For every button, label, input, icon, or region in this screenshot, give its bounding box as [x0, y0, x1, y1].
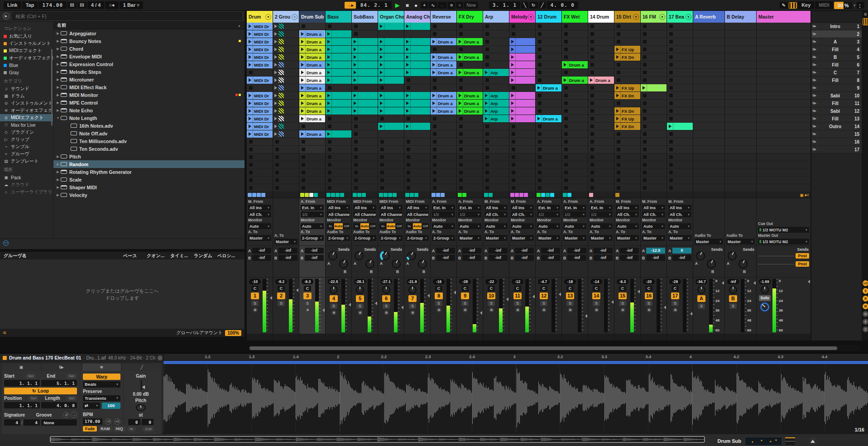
clip-slot[interactable]: [509, 84, 535, 92]
clip-slot[interactable]: [247, 177, 273, 184]
clip-slot[interactable]: [588, 115, 614, 123]
clip[interactable]: Drum a: [431, 100, 456, 107]
clip[interactable]: [404, 61, 430, 68]
input-channel-select[interactable]: 1/2▼: [458, 211, 481, 217]
clip[interactable]: [404, 107, 430, 115]
clip-slot[interactable]: [693, 123, 724, 130]
clip-slot[interactable]: [378, 153, 404, 161]
pan-knob[interactable]: [408, 286, 417, 294]
expand-arrow-icon[interactable]: ▶: [55, 93, 61, 97]
send-b-knob[interactable]: [739, 259, 748, 269]
clip-slot[interactable]: [693, 100, 724, 107]
clip-launch-button[interactable]: [247, 46, 253, 53]
sidebar-item-midi[interactable]: ≣MIDIエフェクト: [0, 114, 53, 121]
clip[interactable]: Drum a: [299, 100, 325, 107]
monitor-auto[interactable]: Auto: [387, 223, 395, 229]
input-type-select[interactable]: Ext. In▼: [432, 205, 455, 211]
monitor-select[interactable]: Auto▼: [511, 223, 534, 229]
clip[interactable]: Drum a: [457, 92, 483, 99]
clip-slot[interactable]: [562, 161, 588, 169]
clip-stop-button[interactable]: [512, 171, 515, 174]
clip-slot[interactable]: [536, 23, 561, 30]
clip-color-swatch[interactable]: [3, 356, 7, 360]
clip-slot[interactable]: [725, 184, 756, 192]
clip-slot[interactable]: [667, 184, 693, 192]
scene-row[interactable]: ‖▶Sabi10: [811, 92, 862, 100]
scene-launch-icon[interactable]: ‖▶: [812, 86, 818, 90]
clip-slot[interactable]: [536, 53, 561, 61]
start-set-button[interactable]: Set: [25, 374, 36, 379]
expand-arrow-icon[interactable]: ▶: [55, 155, 61, 158]
clip-slot[interactable]: [757, 46, 810, 53]
scene-launch-icon[interactable]: ‖▶: [812, 117, 818, 120]
pan-field[interactable]: C: [435, 286, 442, 291]
clip-slot[interactable]: [562, 30, 588, 38]
clip-slot[interactable]: Drum a: [431, 61, 456, 69]
edit-button[interactable]: Edit: [143, 427, 154, 432]
clip-stop-button[interactable]: [590, 155, 594, 159]
clip-stop-button[interactable]: [275, 163, 279, 167]
punch-out-button[interactable]: ╱: [539, 2, 546, 9]
clip-slot[interactable]: [588, 153, 614, 161]
clip-stop-button[interactable]: [643, 117, 647, 120]
clip-slot[interactable]: [457, 161, 483, 169]
clip[interactable]: [326, 130, 351, 138]
clip-slot[interactable]: [641, 69, 667, 77]
clip-slot[interactable]: Drum a: [562, 61, 588, 69]
clip-slot[interactable]: [326, 123, 351, 130]
clip-slot[interactable]: [352, 92, 378, 100]
clip-slot[interactable]: [725, 138, 756, 146]
clip-stop-button[interactable]: [302, 148, 305, 151]
pitch-semitones-field[interactable]: 0: [128, 419, 140, 425]
expand-arrow-icon[interactable]: ▶: [55, 178, 61, 182]
cpu-meter[interactable]: 30 %: [834, 2, 853, 9]
clip-stop-button[interactable]: [669, 40, 673, 43]
clip-slot[interactable]: [641, 92, 667, 100]
clip-slot[interactable]: [757, 169, 810, 177]
clip-stop-button[interactable]: [302, 24, 305, 28]
clip-slot[interactable]: [378, 169, 404, 177]
scene-launch-icon[interactable]: ‖▶: [812, 78, 818, 82]
clip-slot[interactable]: MIDI Dr: [247, 100, 273, 107]
clip-slot[interactable]: [757, 153, 810, 161]
clip-stop-button[interactable]: [433, 178, 436, 182]
clip-slot[interactable]: [352, 161, 378, 169]
clip-stop-button[interactable]: [564, 125, 568, 128]
sidebar-item-pack[interactable]: ▣Pack: [0, 174, 53, 181]
clip-stop-button[interactable]: [643, 40, 647, 43]
list-item[interactable]: ▶Random: [53, 160, 245, 168]
clip-launch-button[interactable]: [247, 77, 253, 84]
clip-slot[interactable]: [614, 153, 640, 161]
arm-button[interactable]: [594, 307, 599, 312]
clip-stop-button[interactable]: [407, 78, 410, 82]
clip-launch-button[interactable]: [404, 53, 411, 61]
clip[interactable]: [378, 107, 404, 115]
list-item[interactable]: ▶Note Echo: [53, 106, 245, 114]
mixer-toggle-d[interactable]: D: [863, 311, 868, 317]
clip-stop-button[interactable]: [407, 140, 410, 144]
list-item[interactable]: ▶Scale: [53, 176, 245, 183]
clip-slot[interactable]: Drum a: [431, 100, 456, 107]
scene-row[interactable]: ‖▶9: [811, 84, 862, 92]
show-hide-detail-button[interactable]: [808, 436, 817, 446]
monitor-select[interactable]: Auto▼: [248, 223, 271, 229]
clip-slot[interactable]: [614, 146, 640, 153]
list-item[interactable]: Note Off.adv: [53, 129, 245, 137]
clip-slot[interactable]: [352, 184, 378, 192]
clip-stop-button[interactable]: [485, 132, 489, 136]
clip-slot[interactable]: [326, 38, 351, 46]
clip-slot[interactable]: [757, 107, 810, 115]
clip[interactable]: Drum a: [299, 53, 325, 61]
track-header[interactable]: 15 Dirt▼: [614, 11, 640, 23]
send-b-field[interactable]: -inf: [436, 255, 455, 261]
volume-field[interactable]: -9.3: [302, 279, 313, 284]
clip[interactable]: [404, 23, 430, 30]
clip-slot[interactable]: [378, 123, 404, 130]
clip-slot[interactable]: [378, 107, 404, 115]
clip-slot[interactable]: [562, 177, 588, 184]
clip-slot[interactable]: [509, 123, 535, 130]
clip-stop-button[interactable]: [328, 171, 331, 174]
clip-slot[interactable]: [725, 69, 756, 77]
clip-slot[interactable]: Drum a: [299, 92, 325, 100]
clip-stop-button[interactable]: [249, 186, 253, 190]
